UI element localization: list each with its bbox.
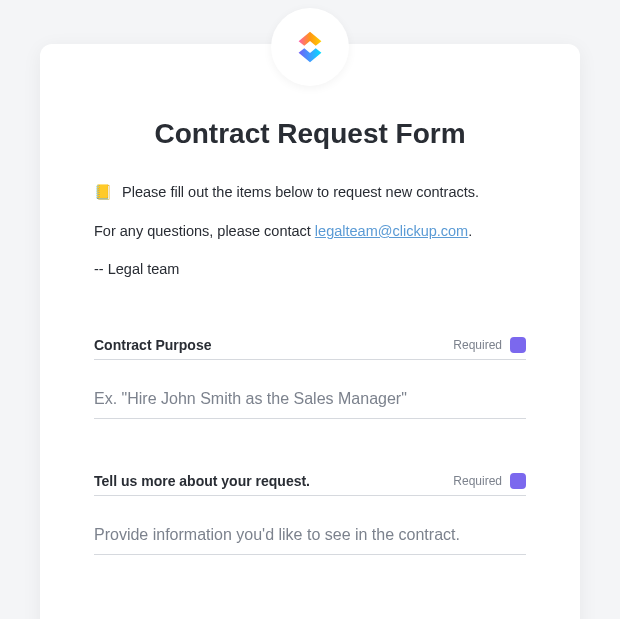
required-checkbox-icon [510, 473, 526, 489]
contact-prefix: For any questions, please contact [94, 223, 315, 239]
contract-purpose-input[interactable] [94, 384, 526, 419]
signoff: -- Legal team [94, 261, 526, 277]
app-logo [271, 8, 349, 86]
form-card: Contract Request Form 📒 Please fill out … [40, 44, 580, 619]
field-label: Tell us more about your request. [94, 473, 310, 489]
required-text: Required [453, 338, 502, 352]
intro-instructions: 📒 Please fill out the items below to req… [94, 184, 526, 201]
clickup-logo-icon [291, 28, 329, 66]
field-contract-purpose: Contract Purpose Required [94, 337, 526, 419]
field-header: Contract Purpose Required [94, 337, 526, 360]
contact-suffix: . [468, 223, 472, 239]
field-label: Contract Purpose [94, 337, 211, 353]
field-request-details: Tell us more about your request. Require… [94, 473, 526, 555]
field-header: Tell us more about your request. Require… [94, 473, 526, 496]
required-text: Required [453, 474, 502, 488]
required-indicator: Required [453, 337, 526, 353]
contact-email-link[interactable]: legalteam@clickup.com [315, 223, 468, 239]
note-icon: 📒 [94, 184, 112, 200]
required-checkbox-icon [510, 337, 526, 353]
request-details-input[interactable] [94, 520, 526, 555]
intro-contact: For any questions, please contact legalt… [94, 223, 526, 239]
intro-text-1: Please fill out the items below to reque… [122, 184, 479, 200]
required-indicator: Required [453, 473, 526, 489]
page-title: Contract Request Form [94, 118, 526, 150]
